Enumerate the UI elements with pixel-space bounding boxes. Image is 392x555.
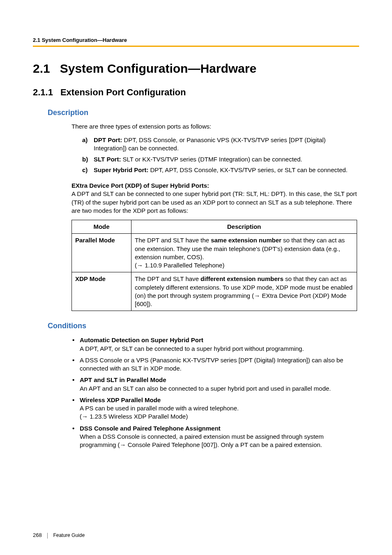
list-item: Automatic Detection on Super Hybrid Port… bbox=[71, 336, 359, 353]
h1-title: System Configuration—Hardware bbox=[60, 62, 256, 75]
list-item: c) Super Hybrid Port: DPT, APT, DSS Cons… bbox=[82, 166, 359, 174]
mode-name-cell: XDP Mode bbox=[72, 272, 131, 311]
list-item: DSS Console and Paired Telephone Assignm… bbox=[71, 424, 359, 449]
item-bold: DPT Port: bbox=[94, 136, 122, 143]
arrow-icon: → bbox=[120, 441, 126, 448]
desc-ref: 1.10.9 Parallelled Telephone) bbox=[143, 262, 224, 269]
table-row: XDP Mode The DPT and SLT have different … bbox=[72, 272, 357, 311]
h1-number: 2.1 bbox=[33, 62, 50, 75]
footer-divider bbox=[47, 533, 48, 539]
item-text: SLT or KX-TVS/TVP series (DTMF Integrati… bbox=[121, 156, 302, 163]
running-header: 2.1 System Configuration—Hardware bbox=[33, 37, 359, 47]
h2-number: 2.1.1 bbox=[33, 87, 53, 97]
conditions-heading: Conditions bbox=[33, 322, 359, 330]
item-bold: SLT Port: bbox=[94, 156, 121, 163]
mode-desc-cell: The DPT and SLT have different extension… bbox=[131, 272, 357, 311]
desc-bold: different extension numbers bbox=[201, 275, 284, 282]
h2-title: Extension Port Configuration bbox=[60, 87, 186, 97]
list-item: b) SLT Port: SLT or KX-TVS/TVP series (D… bbox=[82, 155, 359, 164]
arrow-icon: → bbox=[82, 413, 88, 420]
footer-label: Feature Guide bbox=[53, 532, 85, 538]
modes-table: Mode Description Parallel Mode The DPT a… bbox=[71, 220, 357, 311]
heading-level-2: 2.1.1Extension Port Configuration bbox=[33, 87, 359, 98]
cond-title: Automatic Detection on Super Hybrid Port bbox=[80, 336, 359, 344]
arrow-icon: → bbox=[254, 292, 260, 299]
arrow-icon: → bbox=[137, 262, 143, 269]
item-marker: a) bbox=[82, 136, 88, 144]
page-number: 268 bbox=[33, 532, 42, 538]
desc-pre: The DPT and SLT have the bbox=[135, 237, 211, 244]
cond-body: An APT and an SLT can also be connected … bbox=[80, 385, 331, 392]
list-item: APT and SLT in Parallel Mode An APT and … bbox=[71, 376, 359, 393]
th-mode: Mode bbox=[72, 220, 131, 234]
cond-body: A DSS Console or a VPS (Panasonic KX-TVS… bbox=[80, 357, 343, 372]
table-header-row: Mode Description bbox=[72, 220, 357, 234]
xdp-body: A DPT and SLT can be connected to one su… bbox=[71, 190, 357, 214]
item-text: DPT, APT, DSS Console, KX-TVS/TVP series… bbox=[148, 166, 347, 173]
cond-title: DSS Console and Paired Telephone Assignm… bbox=[80, 424, 359, 433]
item-bold: Super Hybrid Port: bbox=[94, 166, 148, 173]
port-type-list: a) DPT Port: DPT, DSS Console, or Panaso… bbox=[82, 136, 359, 174]
cond-body: A DPT, APT, or SLT can be connected to a… bbox=[80, 345, 304, 352]
th-desc: Description bbox=[131, 220, 357, 234]
cond-title: Wireless XDP Parallel Mode bbox=[80, 396, 359, 404]
xdp-subhead: EXtra Device Port (XDP) of Super Hybrid … bbox=[71, 182, 359, 190]
heading-level-1: 2.1System Configuration—Hardware bbox=[33, 62, 359, 76]
conditions-list: Automatic Detection on Super Hybrid Port… bbox=[71, 336, 359, 449]
cond-ref: 1.23.5 Wireless XDP Parallel Mode) bbox=[88, 413, 188, 420]
desc-pre: The DPT and SLT have bbox=[135, 275, 201, 282]
description-heading: Description bbox=[33, 108, 359, 117]
item-marker: c) bbox=[82, 166, 88, 174]
desc-bold: same extension number bbox=[211, 237, 281, 244]
item-text: DPT, DSS Console, or Panasonic VPS (KX-T… bbox=[94, 136, 326, 152]
mode-desc-cell: The DPT and SLT have the same extension … bbox=[131, 234, 357, 272]
cond-ref: Console Paired Telephone [007]). Only a … bbox=[126, 441, 322, 448]
page-footer: 268 Feature Guide bbox=[33, 532, 85, 539]
table-row: Parallel Mode The DPT and SLT have the s… bbox=[72, 234, 357, 272]
list-item: Wireless XDP Parallel Mode A PS can be u… bbox=[71, 396, 359, 421]
list-item: a) DPT Port: DPT, DSS Console, or Panaso… bbox=[82, 136, 359, 153]
description-intro: There are three types of extension ports… bbox=[71, 123, 359, 130]
item-marker: b) bbox=[82, 155, 88, 164]
xdp-paragraph: EXtra Device Port (XDP) of Super Hybrid … bbox=[71, 182, 359, 215]
cond-body: A PS can be used in parallel mode with a… bbox=[80, 405, 239, 412]
cond-title: APT and SLT in Parallel Mode bbox=[80, 376, 359, 384]
list-item: A DSS Console or a VPS (Panasonic KX-TVS… bbox=[71, 356, 359, 373]
mode-name-cell: Parallel Mode bbox=[72, 234, 131, 272]
